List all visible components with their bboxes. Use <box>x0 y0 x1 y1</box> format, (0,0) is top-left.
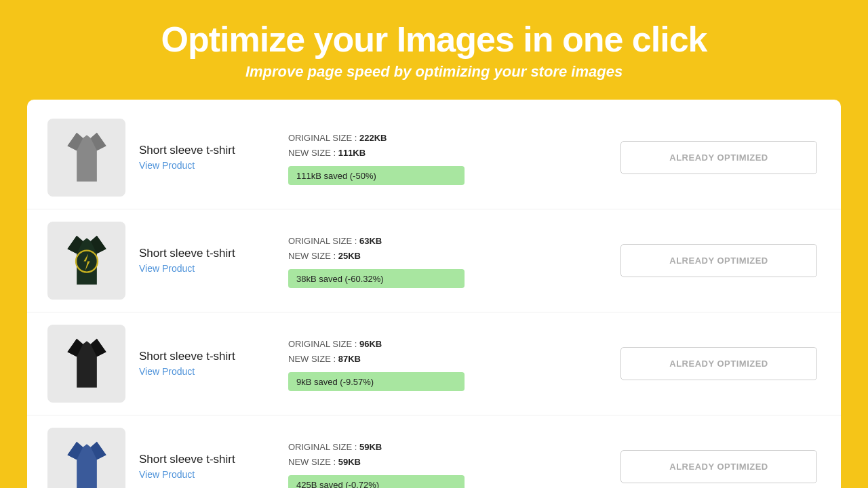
savings-text: 38kB saved (-60.32%) <box>296 274 384 284</box>
product-image-3 <box>47 325 125 403</box>
product-row: Short sleeve t-shirt View Product ORIGIN… <box>27 312 841 415</box>
savings-bar: 425B saved (-0.72%) <box>288 475 465 488</box>
products-panel: Short sleeve t-shirt View Product ORIGIN… <box>27 100 841 488</box>
optimization-info: ORIGINAL SIZE : 59KB NEW SIZE : 59KB 425… <box>288 440 604 488</box>
action-area: ALREADY OPTIMIZED <box>617 347 821 380</box>
action-area: ALREADY OPTIMIZED <box>617 450 821 483</box>
main-title: Optimize your Images in one click <box>161 20 707 59</box>
header-section: Optimize your Images in one click Improv… <box>161 20 707 81</box>
view-product-link[interactable]: View Product <box>139 160 195 171</box>
savings-text: 111kB saved (-50%) <box>296 171 376 181</box>
optimization-info: ORIGINAL SIZE : 63KB NEW SIZE : 25KB 38k… <box>288 234 604 288</box>
view-product-link[interactable]: View Product <box>139 263 195 274</box>
savings-bar: 111kB saved (-50%) <box>288 166 465 185</box>
view-product-link[interactable]: View Product <box>139 366 195 377</box>
size-info: ORIGINAL SIZE : 96KB NEW SIZE : 87KB <box>288 337 604 367</box>
savings-bar: 9kB saved (-9.57%) <box>288 372 465 391</box>
product-name: Short sleeve t-shirt <box>139 453 275 466</box>
product-image-1 <box>47 119 125 197</box>
already-optimized-button: ALREADY OPTIMIZED <box>620 450 817 483</box>
product-row: Short sleeve t-shirt View Product ORIGIN… <box>27 106 841 209</box>
optimization-info: ORIGINAL SIZE : 222KB NEW SIZE : 111KB 1… <box>288 131 604 185</box>
already-optimized-button: ALREADY OPTIMIZED <box>620 244 817 277</box>
product-info: Short sleeve t-shirt View Product <box>139 350 275 378</box>
optimization-info: ORIGINAL SIZE : 96KB NEW SIZE : 87KB 9kB… <box>288 337 604 391</box>
action-area: ALREADY OPTIMIZED <box>617 141 821 174</box>
product-info: Short sleeve t-shirt View Product <box>139 144 275 171</box>
savings-text: 9kB saved (-9.57%) <box>296 377 374 387</box>
savings-bar: 38kB saved (-60.32%) <box>288 269 465 288</box>
product-row: Short sleeve t-shirt View Product ORIGIN… <box>27 209 841 312</box>
product-info: Short sleeve t-shirt View Product <box>139 247 275 274</box>
size-info: ORIGINAL SIZE : 222KB NEW SIZE : 111KB <box>288 131 604 161</box>
product-name: Short sleeve t-shirt <box>139 350 275 363</box>
product-info: Short sleeve t-shirt View Product <box>139 453 275 481</box>
product-image-4 <box>47 428 125 488</box>
product-image-2 <box>47 222 125 300</box>
size-info: ORIGINAL SIZE : 63KB NEW SIZE : 25KB <box>288 234 604 264</box>
action-area: ALREADY OPTIMIZED <box>617 244 821 277</box>
view-product-link[interactable]: View Product <box>139 469 195 480</box>
product-name: Short sleeve t-shirt <box>139 247 275 260</box>
already-optimized-button: ALREADY OPTIMIZED <box>620 347 817 380</box>
savings-text: 425B saved (-0.72%) <box>296 480 379 488</box>
product-row: Short sleeve t-shirt View Product ORIGIN… <box>27 415 841 488</box>
sub-title: Improve page speed by optimizing your st… <box>161 63 707 81</box>
already-optimized-button: ALREADY OPTIMIZED <box>620 141 817 174</box>
size-info: ORIGINAL SIZE : 59KB NEW SIZE : 59KB <box>288 440 604 470</box>
product-name: Short sleeve t-shirt <box>139 144 275 157</box>
